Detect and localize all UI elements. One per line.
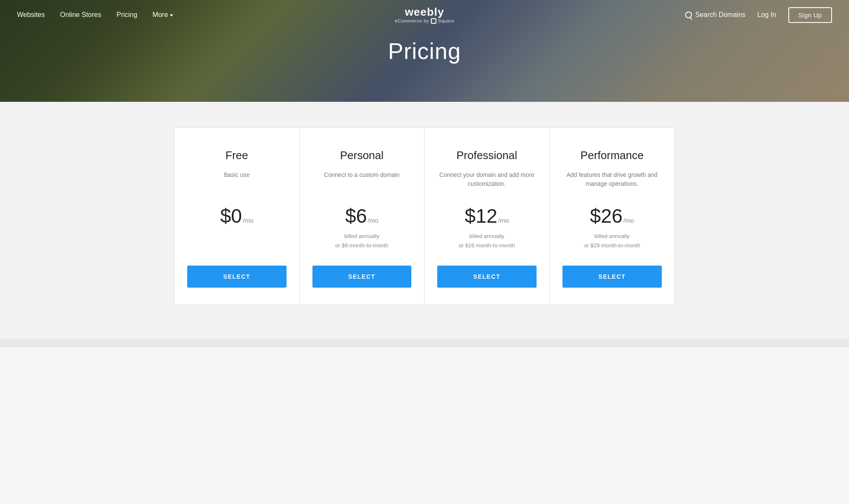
hero-title: Pricing (388, 38, 461, 64)
nav-left: Websites Online Stores Pricing More (17, 11, 173, 19)
weebly-logo[interactable]: weebly (395, 6, 454, 18)
nav-center: weebly eCommerce by Square (395, 6, 454, 24)
select-button-professional[interactable]: SELECT (437, 266, 537, 288)
plan-desc-free: Basic use (224, 171, 250, 192)
plan-price-personal: $6 (345, 204, 367, 227)
search-icon (685, 11, 692, 18)
plan-price-professional: $12 (465, 204, 498, 227)
plan-desc-personal: Connect to a custom domain (324, 171, 399, 192)
navbar: Websites Online Stores Pricing More weeb… (0, 0, 849, 30)
chevron-down-icon (170, 14, 173, 17)
plan-name-professional: Professional (456, 149, 517, 162)
plan-billing-professional: billed annually or $16 month-to-month (459, 232, 515, 253)
nav-logo-subtitle: eCommerce by Square (395, 18, 454, 24)
plan-billing-personal: billed annually or $9 month-to-month (335, 232, 388, 253)
nav-link-pricing[interactable]: Pricing (116, 11, 137, 19)
plan-price-mo-professional: /mo (498, 217, 509, 224)
plan-price-mo-performance: /mo (624, 217, 634, 224)
pricing-card-free: Free Basic use $0 /mo SELECT (174, 128, 300, 305)
nav-link-websites[interactable]: Websites (17, 11, 45, 19)
pricing-card-performance: Performance Add features that drive grow… (550, 128, 675, 305)
pricing-card-personal: Personal Connect to a custom domain $6 /… (300, 128, 425, 305)
nav-link-online-stores[interactable]: Online Stores (60, 11, 101, 19)
login-link[interactable]: Log In (757, 11, 776, 19)
bottom-bar (0, 339, 849, 347)
plan-price-row-professional: $12 /mo (465, 204, 509, 227)
plan-price-performance: $26 (590, 204, 623, 227)
select-button-performance[interactable]: SELECT (562, 266, 662, 288)
search-domains-button[interactable]: Search Domains (685, 11, 745, 19)
pricing-card-professional: Professional Connect your domain and add… (424, 128, 550, 305)
plan-price-mo-free: /mo (243, 217, 253, 224)
plan-name-free: Free (225, 149, 248, 162)
signup-button[interactable]: Sign Up (788, 7, 832, 23)
plan-desc-professional: Connect your domain and add more customi… (437, 171, 537, 192)
plan-price-row-performance: $26 /mo (590, 204, 634, 227)
plan-desc-performance: Add features that drive growth and manag… (562, 171, 662, 192)
plan-price-row-personal: $6 /mo (345, 204, 378, 227)
plan-name-personal: Personal (340, 149, 384, 162)
select-button-personal[interactable]: SELECT (312, 266, 412, 288)
nav-right: Search Domains Log In Sign Up (685, 7, 832, 23)
plan-price-mo-personal: /mo (368, 217, 378, 224)
plan-name-performance: Performance (580, 149, 644, 162)
square-icon (431, 18, 436, 24)
pricing-grid: Free Basic use $0 /mo SELECT Personal Co… (174, 127, 675, 305)
plan-billing-performance: billed annually or $29 month-to-month (584, 232, 640, 253)
nav-link-more[interactable]: More (152, 11, 173, 19)
select-button-free[interactable]: SELECT (187, 266, 287, 288)
plan-price-row-free: $0 /mo (220, 204, 253, 227)
plan-price-free: $0 (220, 204, 242, 227)
pricing-section: Free Basic use $0 /mo SELECT Personal Co… (0, 102, 849, 339)
